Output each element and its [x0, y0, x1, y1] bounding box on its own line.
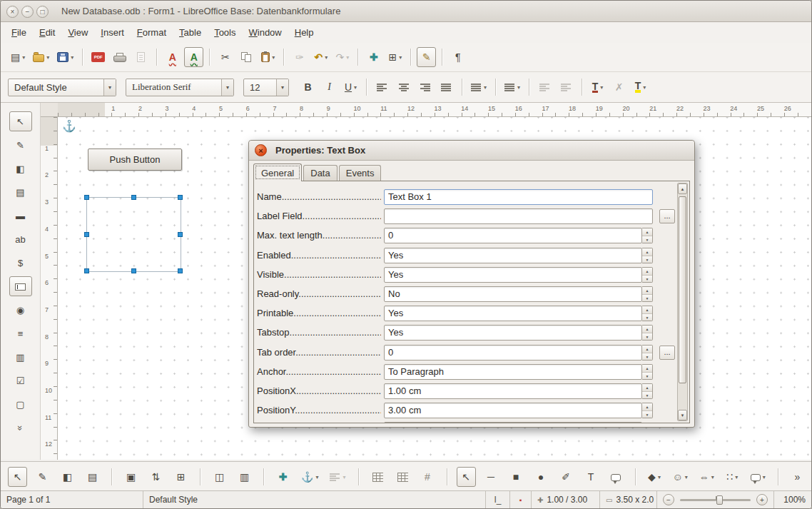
selection-handle[interactable]	[84, 268, 89, 273]
page-style-indicator[interactable]: Default Style	[143, 491, 486, 508]
print-button[interactable]	[110, 47, 129, 67]
dropdown-caret-icon[interactable]: ▾	[484, 84, 487, 91]
callout-button[interactable]	[607, 467, 626, 487]
form-select-button[interactable]: ↖	[8, 467, 27, 487]
page-indicator[interactable]: Page 1 of 1	[1, 491, 143, 508]
selection-handle[interactable]	[131, 195, 136, 200]
ellipse-button[interactable]: ●	[532, 467, 551, 487]
property-input-printable[interactable]: Yes	[384, 306, 642, 321]
open-in-design-mode-button[interactable]: ▥	[235, 467, 254, 487]
selection-handle[interactable]	[84, 195, 89, 200]
spin-up-icon[interactable]: ▲	[642, 306, 652, 314]
form-navigator-button[interactable]: ◫	[210, 467, 229, 487]
property-input-positionx[interactable]: 1.00 cm	[384, 383, 642, 399]
combo-box-button[interactable]: ▥	[9, 347, 32, 367]
dropdown-caret-icon[interactable]: ▾	[325, 54, 328, 61]
tab-general[interactable]: General	[253, 163, 302, 181]
align-left-button[interactable]	[372, 77, 392, 97]
selection-handle[interactable]	[84, 232, 89, 237]
more-tools-button[interactable]: »	[788, 467, 807, 487]
vertical-ruler[interactable]: 123456789101112	[41, 117, 58, 460]
spin-up-icon[interactable]: ▲	[642, 287, 652, 295]
add-field-button[interactable]: ⊞	[171, 467, 191, 487]
dropdown-caret-icon[interactable]: ▾	[272, 54, 275, 61]
cursor-position-segment[interactable]: ✚ 1.00 / 3.00	[532, 491, 600, 508]
selection-handle[interactable]	[178, 195, 183, 200]
scrollbar-thumb[interactable]	[679, 196, 686, 383]
copy-button[interactable]	[237, 47, 256, 67]
spin-down-icon[interactable]: ▼	[642, 256, 652, 263]
insert-table-button[interactable]: ⊞▾	[385, 47, 405, 67]
text-box-button[interactable]	[9, 276, 32, 296]
align-right-button[interactable]	[415, 77, 435, 97]
spin-down-icon[interactable]: ▼	[642, 236, 652, 243]
label-field-button[interactable]: ab	[9, 229, 32, 249]
scroll-up-icon[interactable]: ▲	[678, 183, 687, 194]
dropdown-caret-icon[interactable]: ▾	[399, 54, 402, 61]
align-justify-button[interactable]	[437, 77, 456, 97]
dropdown-caret-icon[interactable]: ▾	[315, 474, 318, 480]
formatted-field-button[interactable]: $	[9, 253, 32, 273]
open-button[interactable]: ▾	[30, 47, 52, 67]
italic-button[interactable]: I	[320, 77, 339, 97]
zoom-track[interactable]	[680, 499, 751, 501]
zoom-percent[interactable]: 100%	[774, 491, 811, 508]
design-mode-button[interactable]: ✎	[417, 47, 436, 67]
spin-down-icon[interactable]: ▼	[642, 392, 652, 399]
font-name-combo[interactable]: Liberation Serif ▾	[126, 79, 234, 96]
spin-down-icon[interactable]: ▼	[642, 353, 652, 361]
horizontal-ruler[interactable]: 1234567891011121314151617181920212223242…	[58, 103, 811, 117]
form-design-button[interactable]: ▣	[121, 467, 141, 487]
snap-to-grid-button[interactable]	[393, 467, 412, 487]
spelling-button[interactable]: A	[163, 47, 182, 67]
spin-down-icon[interactable]: ▼	[642, 333, 652, 341]
form-properties2-button[interactable]: ▤	[83, 467, 102, 487]
menu-tools[interactable]: Tools	[208, 24, 242, 41]
property-input-visible[interactable]: Yes	[384, 267, 642, 283]
menu-file[interactable]: File	[5, 24, 33, 41]
basic-shapes-button[interactable]: ◆▾	[645, 467, 664, 487]
minimize-button[interactable]: −	[21, 6, 34, 18]
position-size-button[interactable]: ✚	[273, 467, 293, 487]
dropdown-caret-icon[interactable]: ▾	[685, 474, 688, 480]
menu-help[interactable]: Help	[288, 24, 320, 41]
property-input-name[interactable]: Text Box 1	[384, 189, 653, 205]
line-spacing-button[interactable]: ▾	[468, 77, 489, 97]
flowchart-button[interactable]: ∷▾	[723, 467, 742, 487]
activation-order-button[interactable]: ⇅	[146, 467, 166, 487]
property-input-tab-order[interactable]: 0	[384, 345, 642, 361]
symbol-shapes-button[interactable]: ☺▾	[670, 467, 691, 487]
paste-button[interactable]: ▾	[258, 47, 278, 67]
callouts-button[interactable]: ▾	[748, 467, 768, 487]
spin-down-icon[interactable]: ▼	[642, 411, 652, 418]
check-box-button[interactable]: ☑	[9, 371, 32, 390]
dropdown-caret-icon[interactable]: ▾	[354, 84, 357, 91]
dropdown-caret-icon[interactable]: ▾	[735, 474, 738, 480]
dropdown-caret-icon[interactable]: ▾	[46, 54, 49, 61]
close-button[interactable]: ×	[6, 6, 19, 18]
form-design-mode-button[interactable]: ✎	[33, 467, 52, 487]
property-input-max-text-length[interactable]: 0	[384, 228, 642, 243]
dropdown-caret-icon[interactable]: ▾	[22, 54, 25, 61]
freeform-line-button[interactable]: ✐	[557, 467, 576, 487]
property-input-label-field[interactable]	[384, 208, 653, 224]
zoom-handle[interactable]	[716, 495, 723, 505]
display-grid-button[interactable]	[368, 467, 387, 487]
tab-events[interactable]: Events	[339, 165, 382, 181]
anchor-icon[interactable]: ⚓	[62, 119, 76, 133]
dropdown-caret-icon[interactable]: ▾	[643, 84, 646, 91]
dropdown-caret-icon[interactable]: ▾	[711, 474, 714, 480]
spin-up-icon[interactable]: ▲	[642, 365, 652, 373]
dropdown-caret-icon[interactable]: ▾	[71, 54, 73, 61]
canvas-push-button[interactable]: Push Button	[88, 148, 182, 171]
object-size-segment[interactable]: ▭ 3.50 x 2.0	[600, 491, 657, 508]
form-canvas[interactable]: ⚓ Push Button × Properties: Text Box Gen…	[58, 117, 811, 460]
font-size-combo[interactable]: 12 ▾	[243, 79, 289, 96]
push-button-button[interactable]: ▬	[9, 206, 32, 226]
select-button[interactable]: ↖	[9, 111, 32, 131]
dropdown-caret-icon[interactable]: ▾	[346, 54, 349, 61]
spin-up-icon[interactable]: ▲	[642, 268, 652, 276]
highlighting-color-button[interactable]: T▾	[631, 77, 650, 97]
chevron-down-icon[interactable]: ▾	[276, 79, 288, 96]
paragraph-spacing-button[interactable]: ▾	[502, 77, 523, 97]
